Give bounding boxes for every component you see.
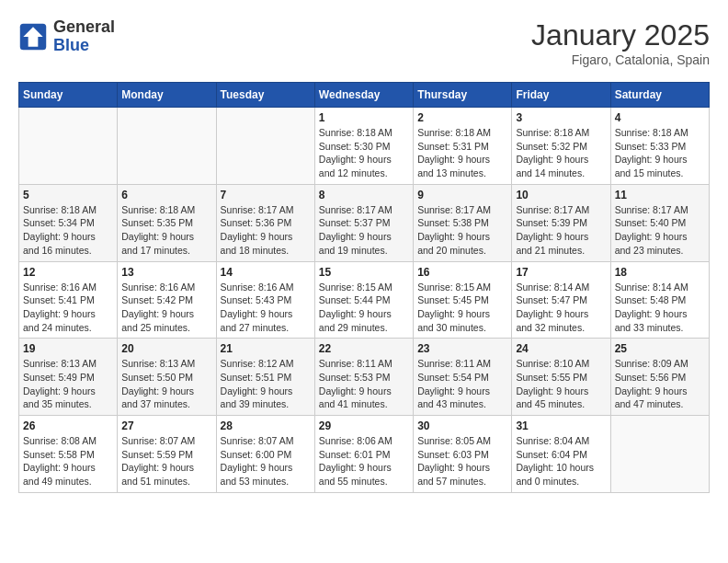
day-info: Sunrise: 8:17 AMSunset: 5:39 PMDaylight:… (516, 203, 606, 258)
calendar-day-cell: 21Sunrise: 8:12 AMSunset: 5:51 PMDayligh… (216, 339, 314, 416)
calendar-day-cell: 4Sunrise: 8:18 AMSunset: 5:33 PMDaylight… (610, 108, 709, 185)
day-info: Sunrise: 8:16 AMSunset: 5:41 PMDaylight:… (23, 281, 113, 335)
weekday-header-cell: Sunday (19, 83, 118, 108)
calendar-day-cell: 12Sunrise: 8:16 AMSunset: 5:41 PMDayligh… (19, 261, 118, 339)
calendar-day-cell: 19Sunrise: 8:13 AMSunset: 5:49 PMDayligh… (19, 339, 118, 416)
logo-icon (18, 22, 48, 52)
logo: General Blue (18, 18, 115, 55)
day-info: Sunrise: 8:18 AMSunset: 5:30 PMDaylight:… (319, 126, 409, 180)
day-info: Sunrise: 8:18 AMSunset: 5:33 PMDaylight:… (615, 126, 705, 180)
calendar-day-cell: 5Sunrise: 8:18 AMSunset: 5:34 PMDaylight… (19, 184, 118, 261)
day-number: 15 (319, 266, 409, 279)
page-header: General Blue January 2025 Figaro, Catalo… (18, 18, 710, 67)
day-number: 16 (417, 266, 507, 279)
day-number: 30 (417, 419, 507, 432)
calendar-day-cell: 9Sunrise: 8:17 AMSunset: 5:38 PMDaylight… (414, 184, 512, 261)
calendar-day-cell: 8Sunrise: 8:17 AMSunset: 5:37 PMDaylight… (314, 184, 413, 261)
calendar-day-cell: 15Sunrise: 8:15 AMSunset: 5:44 PMDayligh… (314, 261, 413, 339)
calendar-week-row: 26Sunrise: 8:08 AMSunset: 5:58 PMDayligh… (19, 416, 710, 493)
day-number: 7 (221, 189, 311, 201)
weekday-header-cell: Tuesday (216, 83, 314, 108)
weekday-header-cell: Saturday (610, 83, 709, 108)
calendar-table: SundayMondayTuesdayWednesdayThursdayFrid… (18, 82, 710, 493)
day-info: Sunrise: 8:16 AMSunset: 5:43 PMDaylight:… (221, 281, 311, 335)
calendar-day-cell: 1Sunrise: 8:18 AMSunset: 5:30 PMDaylight… (314, 108, 413, 185)
day-info: Sunrise: 8:15 AMSunset: 5:45 PMDaylight:… (417, 281, 507, 335)
calendar-day-cell: 13Sunrise: 8:16 AMSunset: 5:42 PMDayligh… (118, 261, 216, 339)
calendar-day-cell: 18Sunrise: 8:14 AMSunset: 5:48 PMDayligh… (610, 261, 709, 339)
day-info: Sunrise: 8:18 AMSunset: 5:31 PMDaylight:… (417, 126, 507, 180)
day-info: Sunrise: 8:13 AMSunset: 5:50 PMDaylight:… (121, 357, 211, 411)
weekday-header-cell: Friday (512, 83, 610, 108)
day-info: Sunrise: 8:17 AMSunset: 5:40 PMDaylight:… (615, 203, 705, 258)
day-info: Sunrise: 8:18 AMSunset: 5:34 PMDaylight:… (23, 203, 113, 258)
calendar-day-cell (118, 108, 216, 185)
day-info: Sunrise: 8:17 AMSunset: 5:38 PMDaylight:… (417, 203, 507, 258)
calendar-day-cell: 3Sunrise: 8:18 AMSunset: 5:32 PMDaylight… (512, 108, 610, 185)
day-info: Sunrise: 8:04 AMSunset: 6:04 PMDaylight:… (516, 434, 606, 488)
day-number: 2 (417, 111, 507, 124)
calendar-day-cell: 27Sunrise: 8:07 AMSunset: 5:59 PMDayligh… (118, 416, 216, 493)
day-info: Sunrise: 8:18 AMSunset: 5:32 PMDaylight:… (516, 126, 606, 180)
day-info: Sunrise: 8:09 AMSunset: 5:56 PMDaylight:… (615, 357, 705, 411)
day-number: 20 (121, 342, 211, 355)
calendar-day-cell: 11Sunrise: 8:17 AMSunset: 5:40 PMDayligh… (610, 184, 709, 261)
weekday-header-row: SundayMondayTuesdayWednesdayThursdayFrid… (19, 83, 710, 108)
day-number: 10 (516, 189, 606, 201)
day-number: 24 (516, 342, 606, 355)
calendar-week-row: 5Sunrise: 8:18 AMSunset: 5:34 PMDaylight… (19, 184, 710, 261)
day-number: 22 (319, 342, 409, 355)
day-info: Sunrise: 8:07 AMSunset: 5:59 PMDaylight:… (121, 434, 211, 488)
day-info: Sunrise: 8:14 AMSunset: 5:48 PMDaylight:… (615, 281, 705, 335)
day-number: 29 (319, 419, 409, 432)
calendar-week-row: 19Sunrise: 8:13 AMSunset: 5:49 PMDayligh… (19, 339, 710, 416)
day-info: Sunrise: 8:13 AMSunset: 5:49 PMDaylight:… (23, 357, 113, 411)
weekday-header-cell: Thursday (414, 83, 512, 108)
month-title: January 2025 (531, 18, 710, 52)
day-info: Sunrise: 8:11 AMSunset: 5:53 PMDaylight:… (319, 357, 409, 411)
day-info: Sunrise: 8:08 AMSunset: 5:58 PMDaylight:… (23, 434, 113, 488)
calendar-day-cell: 23Sunrise: 8:11 AMSunset: 5:54 PMDayligh… (414, 339, 512, 416)
day-number: 19 (23, 342, 113, 355)
day-number: 1 (319, 111, 409, 124)
day-number: 31 (516, 419, 606, 432)
calendar-day-cell: 22Sunrise: 8:11 AMSunset: 5:53 PMDayligh… (314, 339, 413, 416)
day-info: Sunrise: 8:07 AMSunset: 6:00 PMDaylight:… (221, 434, 311, 488)
day-info: Sunrise: 8:18 AMSunset: 5:35 PMDaylight:… (121, 203, 211, 258)
calendar-day-cell: 10Sunrise: 8:17 AMSunset: 5:39 PMDayligh… (512, 184, 610, 261)
day-number: 13 (121, 266, 211, 279)
calendar-day-cell: 29Sunrise: 8:06 AMSunset: 6:01 PMDayligh… (314, 416, 413, 493)
calendar-day-cell: 17Sunrise: 8:14 AMSunset: 5:47 PMDayligh… (512, 261, 610, 339)
day-number: 21 (221, 342, 311, 355)
weekday-header-cell: Wednesday (314, 83, 413, 108)
day-info: Sunrise: 8:16 AMSunset: 5:42 PMDaylight:… (121, 281, 211, 335)
day-number: 6 (121, 189, 211, 201)
calendar-day-cell: 20Sunrise: 8:13 AMSunset: 5:50 PMDayligh… (118, 339, 216, 416)
day-number: 23 (417, 342, 507, 355)
calendar-body: 1Sunrise: 8:18 AMSunset: 5:30 PMDaylight… (19, 108, 710, 493)
calendar-day-cell: 14Sunrise: 8:16 AMSunset: 5:43 PMDayligh… (216, 261, 314, 339)
day-info: Sunrise: 8:17 AMSunset: 5:37 PMDaylight:… (319, 203, 409, 258)
calendar-day-cell: 28Sunrise: 8:07 AMSunset: 6:00 PMDayligh… (216, 416, 314, 493)
calendar-day-cell: 30Sunrise: 8:05 AMSunset: 6:03 PMDayligh… (414, 416, 512, 493)
calendar-day-cell (19, 108, 118, 185)
calendar-day-cell: 25Sunrise: 8:09 AMSunset: 5:56 PMDayligh… (610, 339, 709, 416)
day-number: 25 (615, 342, 705, 355)
day-info: Sunrise: 8:17 AMSunset: 5:36 PMDaylight:… (221, 203, 311, 258)
day-number: 18 (615, 266, 705, 279)
day-info: Sunrise: 8:14 AMSunset: 5:47 PMDaylight:… (516, 281, 606, 335)
day-number: 4 (615, 111, 705, 124)
day-info: Sunrise: 8:12 AMSunset: 5:51 PMDaylight:… (221, 357, 311, 411)
calendar-day-cell: 6Sunrise: 8:18 AMSunset: 5:35 PMDaylight… (118, 184, 216, 261)
weekday-header-cell: Monday (118, 83, 216, 108)
day-info: Sunrise: 8:10 AMSunset: 5:55 PMDaylight:… (516, 357, 606, 411)
calendar-day-cell: 2Sunrise: 8:18 AMSunset: 5:31 PMDaylight… (414, 108, 512, 185)
day-number: 8 (319, 189, 409, 201)
calendar-day-cell: 26Sunrise: 8:08 AMSunset: 5:58 PMDayligh… (19, 416, 118, 493)
logo-text: General Blue (53, 18, 115, 55)
day-number: 26 (23, 419, 113, 432)
day-info: Sunrise: 8:11 AMSunset: 5:54 PMDaylight:… (417, 357, 507, 411)
calendar-day-cell: 7Sunrise: 8:17 AMSunset: 5:36 PMDaylight… (216, 184, 314, 261)
day-info: Sunrise: 8:15 AMSunset: 5:44 PMDaylight:… (319, 281, 409, 335)
day-info: Sunrise: 8:05 AMSunset: 6:03 PMDaylight:… (417, 434, 507, 488)
